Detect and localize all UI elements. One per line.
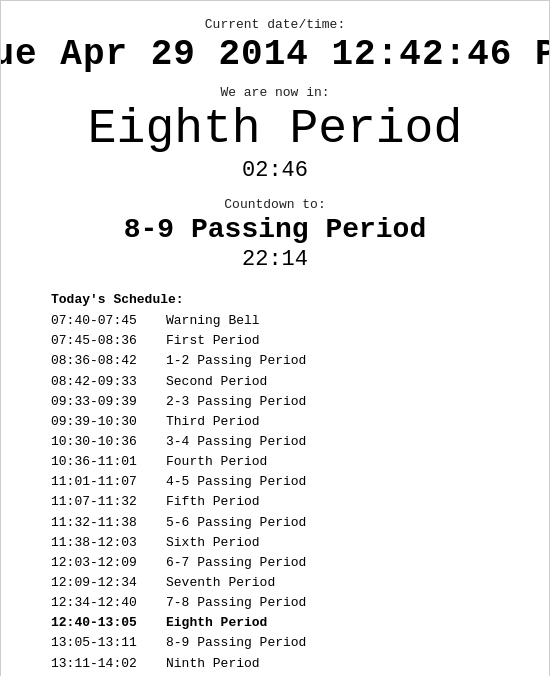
schedule-time: 07:45-08:36 [51, 331, 166, 351]
schedule-container: Today's Schedule: 07:40-07:45Warning Bel… [21, 290, 529, 676]
schedule-row: 12:03-12:096-7 Passing Period [51, 553, 529, 573]
schedule-row: 08:36-08:421-2 Passing Period [51, 351, 529, 371]
schedule-time: 11:38-12:03 [51, 533, 166, 553]
schedule-row: 12:09-12:34Seventh Period [51, 573, 529, 593]
schedule-time: 13:11-14:02 [51, 654, 166, 674]
schedule-period-name: Fifth Period [166, 492, 529, 512]
schedule-period-name: 7-8 Passing Period [166, 593, 529, 613]
schedule-period-name: 5-6 Passing Period [166, 513, 529, 533]
schedule-period-name: Warning Bell [166, 311, 529, 331]
schedule-time: 11:32-11:38 [51, 513, 166, 533]
schedule-period-name: 1-2 Passing Period [166, 351, 529, 371]
schedule-period-name: 2-3 Passing Period [166, 392, 529, 412]
schedule-title: Today's Schedule: [51, 290, 529, 310]
schedule-row: 11:32-11:385-6 Passing Period [51, 513, 529, 533]
schedule-period-name: 4-5 Passing Period [166, 472, 529, 492]
schedule-time: 13:05-13:11 [51, 633, 166, 653]
schedule-period-name: Sixth Period [166, 533, 529, 553]
schedule-row: 12:34-12:407-8 Passing Period [51, 593, 529, 613]
schedule-period-name: 6-7 Passing Period [166, 553, 529, 573]
schedule-row: 11:01-11:074-5 Passing Period [51, 472, 529, 492]
current-period-name: Eighth Period [88, 102, 462, 156]
schedule-row: 12:40-13:05Eighth Period [51, 613, 529, 633]
schedule-row: 09:33-09:392-3 Passing Period [51, 392, 529, 412]
schedule-row: 10:36-11:01Fourth Period [51, 452, 529, 472]
main-datetime: Tue Apr 29 2014 12:42:46 PM [0, 34, 550, 75]
countdown-label: Countdown to: [224, 197, 325, 212]
schedule-time: 11:01-11:07 [51, 472, 166, 492]
schedule-row: 07:45-08:36First Period [51, 331, 529, 351]
we-are-now-label: We are now in: [220, 85, 329, 100]
schedule-time: 10:30-10:36 [51, 432, 166, 452]
schedule-time: 10:36-11:01 [51, 452, 166, 472]
schedule-period-name: Third Period [166, 412, 529, 432]
countdown-period: 8-9 Passing Period [124, 214, 426, 245]
schedule-time: 09:33-09:39 [51, 392, 166, 412]
schedule-period-name: 3-4 Passing Period [166, 432, 529, 452]
schedule-row: 13:11-14:02Ninth Period [51, 654, 529, 674]
schedule-period-name: Eighth Period [166, 613, 529, 633]
schedule-time: 07:40-07:45 [51, 311, 166, 331]
schedule-row: 09:39-10:30Third Period [51, 412, 529, 432]
current-period-time: 02:46 [242, 158, 308, 183]
schedule-row: 11:07-11:32Fifth Period [51, 492, 529, 512]
schedule-period-name: 8-9 Passing Period [166, 633, 529, 653]
schedule-time: 12:03-12:09 [51, 553, 166, 573]
schedule-time: 08:36-08:42 [51, 351, 166, 371]
schedule-time: 11:07-11:32 [51, 492, 166, 512]
countdown-time: 22:14 [242, 247, 308, 272]
current-datetime-label: Current date/time: [205, 17, 345, 32]
schedule-row: 08:42-09:33Second Period [51, 372, 529, 392]
schedule-period-name: Ninth Period [166, 654, 529, 674]
schedule-period-name: Second Period [166, 372, 529, 392]
schedule-row: 07:40-07:45Warning Bell [51, 311, 529, 331]
schedule-time: 12:40-13:05 [51, 613, 166, 633]
schedule-time: 09:39-10:30 [51, 412, 166, 432]
schedule-row: 13:05-13:118-9 Passing Period [51, 633, 529, 653]
schedule-period-name: Fourth Period [166, 452, 529, 472]
schedule-time: 12:34-12:40 [51, 593, 166, 613]
schedule-row: 10:30-10:363-4 Passing Period [51, 432, 529, 452]
schedule-row: 11:38-12:03Sixth Period [51, 533, 529, 553]
schedule-time: 12:09-12:34 [51, 573, 166, 593]
schedule-period-name: First Period [166, 331, 529, 351]
schedule-period-name: Seventh Period [166, 573, 529, 593]
schedule-time: 08:42-09:33 [51, 372, 166, 392]
